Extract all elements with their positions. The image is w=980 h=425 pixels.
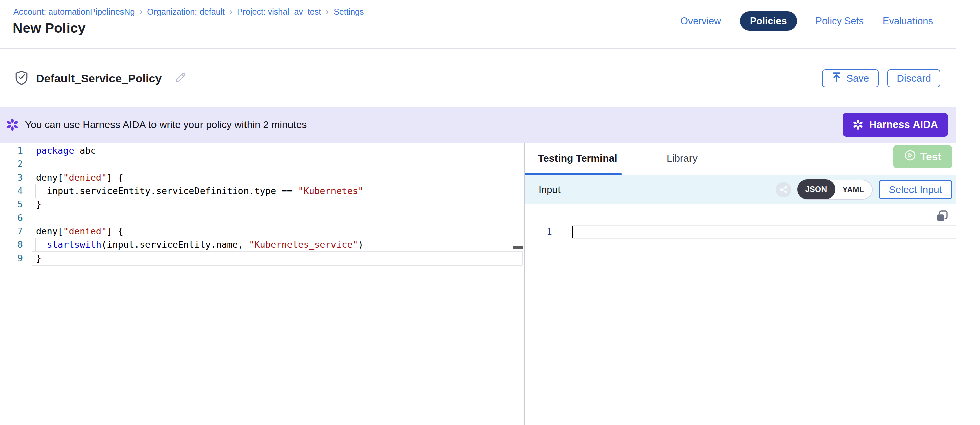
harness-aida-button[interactable]: Harness AIDA (843, 113, 948, 136)
tab-library[interactable]: Library (667, 153, 698, 164)
input-label: Input (539, 184, 560, 195)
copy-icon[interactable] (935, 209, 949, 224)
page-header: Account: automationPipelinesNg›Organizat… (0, 0, 956, 49)
aida-banner-message: You can use Harness AIDA to write your p… (25, 119, 307, 131)
nav-overview[interactable]: Overview (681, 16, 721, 27)
code-line-9[interactable]: 9} (0, 251, 524, 265)
policy-title-group: Default_Service_Policy (15, 50, 186, 107)
input-editor[interactable]: 1 (525, 204, 956, 425)
editor-scrollbar-thumb[interactable] (512, 246, 523, 249)
aida-flower-icon-white (853, 119, 864, 130)
discard-button-label: Discard (897, 73, 931, 84)
line-number: 7 (0, 225, 23, 238)
code-text: } (36, 251, 41, 265)
edit-policy-name-icon[interactable] (174, 72, 186, 85)
page-title: New Policy (13, 20, 85, 36)
select-input-button[interactable]: Select Input (878, 180, 953, 200)
input-editor-line-1[interactable]: 1 (525, 225, 956, 239)
format-option-json[interactable]: JSON (797, 179, 835, 200)
code-text: deny["denied"] { (36, 171, 123, 184)
code-line-7[interactable]: 7deny["denied"] { (0, 225, 524, 238)
code-line-2[interactable]: 2 (0, 157, 524, 171)
code-line-8[interactable]: 8 startswith(input.serviceEntity.name, "… (0, 238, 524, 251)
indent-guide (35, 238, 36, 251)
policy-toolbar: Default_Service_Policy Save (0, 50, 956, 107)
nav-evaluations[interactable]: Evaluations (883, 16, 933, 27)
discard-button[interactable]: Discard (887, 69, 940, 88)
save-button[interactable]: Save (822, 69, 878, 88)
upload-icon (832, 72, 842, 85)
format-toggle[interactable]: JSON YAML (797, 179, 873, 200)
testing-panel: Testing Terminal Library Test Input (525, 142, 956, 425)
line-number: 1 (0, 144, 23, 157)
line-number: 3 (0, 171, 23, 184)
input-graph-icon (776, 182, 791, 197)
code-text: } (36, 198, 41, 211)
toolbar-actions: Save Discard (822, 50, 940, 107)
format-option-yaml[interactable]: YAML (835, 185, 872, 194)
input-header-controls: JSON YAML Select Input (776, 179, 953, 200)
line-number: 6 (0, 211, 23, 225)
tab-testing-terminal[interactable]: Testing Terminal (538, 153, 617, 164)
nav-policies[interactable]: Policies (740, 11, 797, 30)
code-text: deny["denied"] { (36, 225, 123, 238)
aida-flower-icon (6, 118, 19, 131)
breadcrumb: Account: automationPipelinesNg›Organizat… (13, 7, 364, 17)
breadcrumb-separator-icon: › (326, 7, 329, 17)
new-policy-page: Account: automationPipelinesNg›Organizat… (0, 0, 980, 425)
code-text: package abc (36, 144, 96, 157)
breadcrumb-item[interactable]: Account: automationPipelinesNg (13, 7, 135, 17)
aida-banner: You can use Harness AIDA to write your p… (0, 107, 956, 142)
test-button[interactable]: Test (893, 145, 952, 168)
indent-guide (35, 184, 36, 198)
breadcrumb-item[interactable]: Settings (334, 7, 364, 17)
input-line-number: 1 (525, 225, 552, 239)
policy-code-editor[interactable]: 1package abc23deny["denied"] {4 input.se… (0, 142, 524, 425)
test-button-label: Test (920, 151, 941, 163)
aida-banner-message-group: You can use Harness AIDA to write your p… (6, 118, 307, 131)
save-button-label: Save (846, 73, 869, 84)
testing-panel-tabs: Testing Terminal Library Test (525, 142, 956, 175)
play-icon (904, 149, 916, 164)
code-text: startswith(input.serviceEntity.name, "Ku… (36, 238, 363, 251)
content-right-border (956, 0, 956, 425)
current-line-highlight (572, 225, 956, 239)
code-line-3[interactable]: 3deny["denied"] { (0, 171, 524, 184)
code-line-6[interactable]: 6 (0, 211, 524, 225)
nav-policy-sets[interactable]: Policy Sets (816, 16, 864, 27)
policy-shield-icon (15, 70, 28, 86)
line-number: 9 (0, 251, 23, 265)
breadcrumb-item[interactable]: Project: vishal_av_test (237, 7, 321, 17)
code-line-4[interactable]: 4 input.serviceEntity.serviceDefinition.… (0, 184, 524, 198)
module-nav: OverviewPoliciesPolicy SetsEvaluations (681, 11, 933, 30)
code-line-5[interactable]: 5} (0, 198, 524, 211)
code-text: input.serviceEntity.serviceDefinition.ty… (36, 184, 363, 198)
text-cursor (572, 226, 573, 238)
policy-name: Default_Service_Policy (36, 72, 162, 85)
harness-aida-button-label: Harness AIDA (869, 119, 938, 131)
workspace: 1package abc23deny["denied"] {4 input.se… (0, 142, 956, 425)
input-header: Input JSON YAML (525, 175, 956, 204)
line-number: 4 (0, 184, 23, 198)
line-number: 2 (0, 157, 23, 171)
line-number: 5 (0, 198, 23, 211)
policy-code-lines: 1package abc23deny["denied"] {4 input.se… (0, 144, 524, 265)
breadcrumb-item[interactable]: Organization: default (147, 7, 225, 17)
breadcrumb-separator-icon: › (139, 7, 142, 17)
code-line-1[interactable]: 1package abc (0, 144, 524, 157)
line-number: 8 (0, 238, 23, 251)
breadcrumb-separator-icon: › (229, 7, 232, 17)
